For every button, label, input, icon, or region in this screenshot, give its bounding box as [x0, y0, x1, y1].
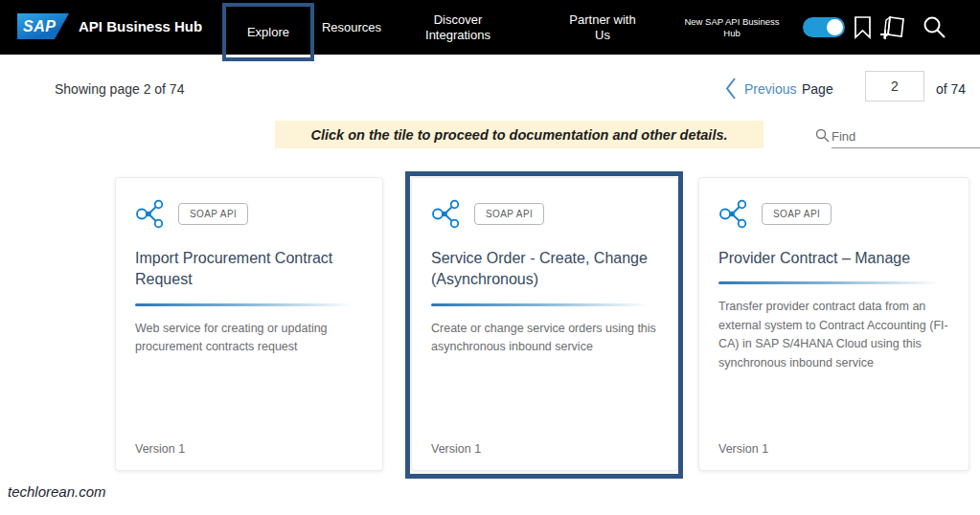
find-icon	[815, 128, 830, 143]
nav-item-partner-with-us[interactable]: Partner with Us	[558, 0, 647, 55]
api-tile-provider-contract[interactable]: SOAP API Provider Contract – Manage Tran…	[698, 177, 969, 471]
api-tile-description: Transfer provider contract data from an …	[718, 298, 949, 372]
find-input[interactable]	[832, 124, 980, 148]
title-underline	[431, 303, 658, 306]
api-tile-description: Create or change service orders using th…	[431, 320, 658, 357]
api-tile-version: Version 1	[431, 442, 481, 456]
watermark: techlorean.com	[8, 483, 106, 500]
api-tile-service-order[interactable]: SOAP API Service Order - Create, Change …	[411, 177, 678, 471]
sap-logo-text: SAP	[17, 18, 56, 35]
toggle-knob	[827, 19, 843, 35]
showing-page-text: Showing page 2 of 74	[55, 81, 184, 97]
api-tile-title: Provider Contract – Manage	[718, 248, 949, 269]
page-number-input[interactable]	[865, 71, 924, 101]
nav-item-discover-integrations[interactable]: Discover Integrations	[410, 0, 506, 55]
page-total-label: of 74	[936, 81, 966, 97]
new-hub-toggle[interactable]	[803, 17, 845, 37]
instruction-banner: Click on the tile to proceed to document…	[275, 121, 763, 148]
api-type-badge: SOAP API	[762, 203, 832, 225]
nav-item-explore[interactable]: Explore	[247, 25, 289, 39]
api-type-badge: SOAP API	[178, 203, 248, 225]
share-icon	[431, 199, 461, 229]
api-tile-description: Web service for creating or updating pro…	[135, 320, 363, 357]
nav-item-resources[interactable]: Resources	[318, 0, 385, 55]
share-icon	[135, 199, 165, 229]
api-tile-version: Version 1	[718, 442, 768, 456]
api-tile-version: Version 1	[135, 442, 185, 456]
bookmark-icon[interactable]	[854, 15, 872, 39]
title-underline	[718, 281, 949, 284]
brand[interactable]: SAP API Business Hub	[17, 13, 202, 39]
title-underline	[135, 303, 363, 306]
previous-chevron-icon[interactable]	[725, 77, 737, 101]
api-type-badge: SOAP API	[474, 203, 544, 225]
sap-logo-icon: SAP	[17, 13, 69, 39]
api-tile-import-procurement[interactable]: SOAP API Import Procurement Contract Req…	[115, 177, 383, 471]
previous-link[interactable]: Previous	[744, 81, 796, 97]
search-icon[interactable]	[922, 14, 947, 40]
brand-title: API Business Hub	[79, 18, 202, 34]
explore-highlight-box: Explore	[222, 3, 314, 61]
add-page-icon[interactable]	[878, 14, 907, 41]
page-label: Page	[802, 81, 833, 97]
share-icon	[718, 199, 748, 229]
top-nav: SAP API Business Hub Resources Discover …	[0, 0, 980, 55]
api-tile-title: Import Procurement Contract Request	[135, 248, 363, 291]
nav-label-new-hub: New SAP API Business Hub	[671, 0, 793, 55]
api-tile-title: Service Order - Create, Change (Asynchro…	[431, 248, 658, 291]
